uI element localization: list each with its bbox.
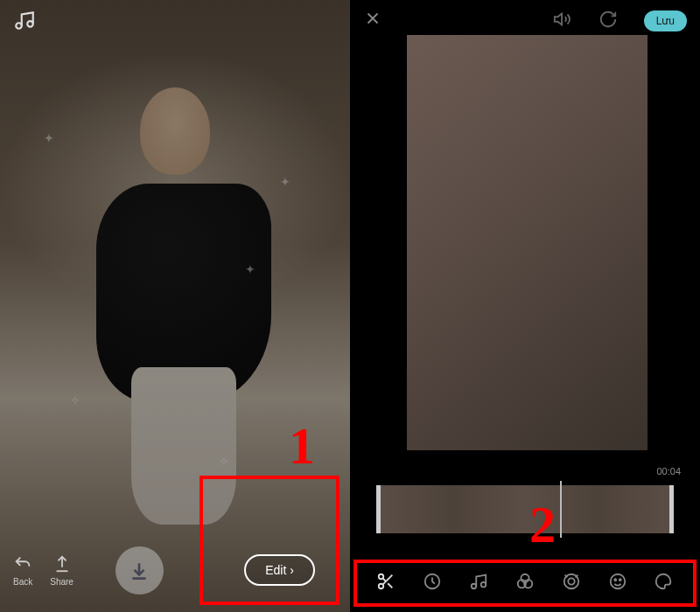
beauty-icon[interactable]	[558, 568, 584, 595]
annotation-number-2: 2	[529, 495, 556, 555]
cut-icon[interactable]	[373, 568, 399, 595]
right-screen: Lưu 00:04	[350, 0, 700, 612]
sticker-icon[interactable]	[605, 568, 631, 595]
svg-point-12	[610, 574, 625, 589]
tool-bar	[359, 562, 691, 601]
download-button[interactable]	[116, 546, 164, 595]
close-button[interactable]	[363, 9, 382, 33]
svg-point-13	[614, 579, 616, 581]
dim-overlay	[0, 0, 350, 612]
annotation-number-1: 1	[289, 416, 315, 476]
filter-icon[interactable]	[512, 568, 538, 595]
svg-point-2	[379, 574, 384, 580]
back-button[interactable]: Back	[13, 554, 32, 587]
timeline-handle-right[interactable]	[669, 485, 674, 533]
share-button[interactable]: Share	[50, 554, 74, 587]
canvas-icon[interactable]	[650, 568, 676, 595]
volume-icon[interactable]	[553, 10, 572, 32]
save-label: Lưu	[656, 15, 675, 27]
speed-icon[interactable]	[419, 568, 445, 595]
timeline-track[interactable]	[381, 485, 669, 533]
back-label: Back	[13, 577, 32, 587]
top-bar: Lưu	[350, 9, 700, 33]
timeline-playhead[interactable]	[560, 481, 562, 538]
timeline[interactable]	[376, 485, 674, 533]
timestamp: 00:04	[656, 466, 681, 476]
save-button[interactable]: Lưu	[644, 10, 687, 31]
edit-label: Edit	[265, 563, 286, 577]
svg-point-14	[619, 579, 620, 581]
refresh-icon[interactable]	[598, 10, 618, 32]
svg-point-11	[568, 578, 574, 584]
left-screen: ✦ ✦ ✧ ✦ ✧ Back Share Edit	[0, 0, 350, 612]
music-tool-icon[interactable]	[466, 568, 492, 595]
music-icon[interactable]	[13, 9, 36, 37]
video-preview[interactable]	[407, 35, 648, 450]
edit-button[interactable]: Edit ›	[244, 554, 315, 586]
share-label: Share	[50, 577, 74, 587]
chevron-right-icon: ›	[290, 563, 294, 577]
svg-point-3	[379, 584, 384, 589]
